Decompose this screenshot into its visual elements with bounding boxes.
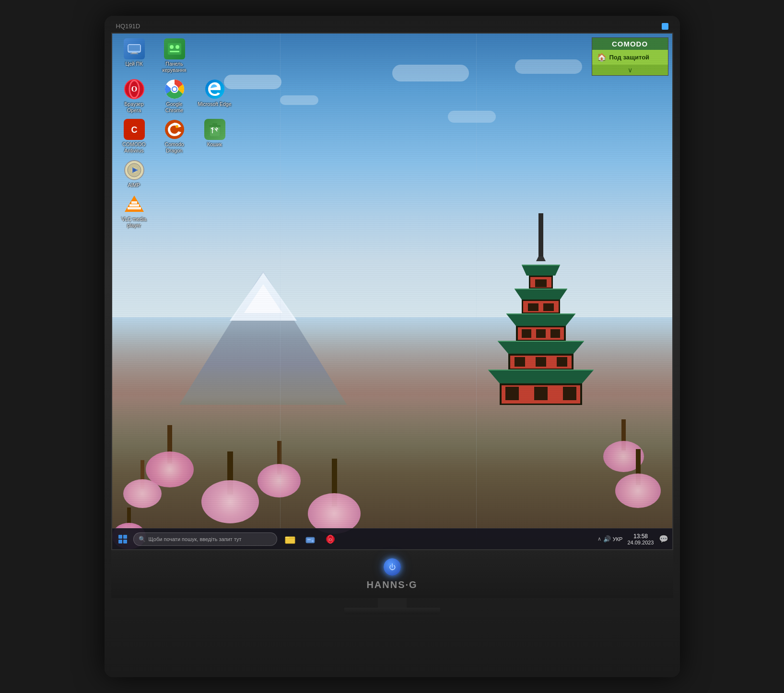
svg-rect-56 [210, 127, 220, 136]
screen: Цей ПК Панель керування [111, 33, 673, 550]
svg-rect-21 [536, 329, 546, 338]
start-button[interactable] [112, 529, 133, 550]
desktop-icon-chrome[interactable]: Google Chrome [157, 79, 192, 113]
svg-marker-14 [488, 370, 594, 383]
svg-rect-26 [505, 387, 519, 400]
tray-language[interactable]: УКР [613, 536, 623, 542]
svg-text:C: C [131, 125, 137, 135]
monitor-stand-base [344, 608, 440, 614]
comodo-status-bar: 🏠 Под защитой [592, 50, 668, 65]
icon-row-5: VLC media player [117, 194, 232, 228]
tray-speaker-icon[interactable]: 🔊 [603, 535, 611, 543]
monitor-model: HQ191D [116, 23, 140, 30]
cherry-tree-3 [201, 451, 259, 523]
chrome-icon [164, 79, 185, 100]
cherry-tree-2 [146, 425, 194, 487]
edge-label: Microsoft Edge [198, 101, 231, 107]
svg-text:O: O [131, 85, 137, 93]
desktop-icon-opera[interactable]: O Браузер Opera [117, 79, 152, 113]
desktop-icon-controlpanel[interactable]: Панель керування [157, 38, 192, 73]
svg-rect-58 [212, 123, 217, 126]
desktop-icon-vlc[interactable]: VLC media player [117, 194, 152, 228]
svg-rect-18 [528, 303, 538, 311]
desktop-icons-area: Цей ПК Панель керування [117, 38, 232, 228]
monitor-led [662, 23, 668, 30]
svg-rect-22 [550, 329, 560, 338]
monitor: HQ191D [105, 16, 680, 677]
monitor-bottom-bezel: ⏻ HANNS·G [111, 550, 673, 598]
comodo-house-icon: 🏠 [597, 53, 607, 62]
opera-icon: O [124, 79, 145, 100]
svg-rect-42 [170, 51, 179, 52]
svg-point-40 [170, 45, 174, 49]
cherry-tree-4 [257, 441, 301, 497]
desktop-icon-aimp[interactable]: AIMP [117, 160, 152, 188]
clock-date: 24.09.2023 [627, 540, 654, 545]
svg-rect-17 [535, 279, 547, 287]
svg-rect-67 [129, 204, 139, 207]
vlc-label: VLC media player [117, 216, 152, 228]
svg-rect-39 [168, 43, 181, 55]
taskbar-search-placeholder: Щоби почати пошук, введіть запит тут [149, 536, 242, 542]
svg-rect-28 [563, 387, 576, 400]
taskbar: 🔍 Щоби почати пошук, введіть запит тут [112, 528, 672, 549]
cloud-3 [392, 65, 469, 81]
desktop-icon-comodo-dragon[interactable]: Comodo Dragon [157, 119, 192, 153]
recycle-label: Кошик [207, 141, 222, 148]
cpanel-label: Панель керування [157, 61, 192, 73]
power-symbol-icon: ⏻ [389, 563, 396, 571]
icon-row-4: AIMP [117, 160, 232, 188]
cloud-4 [448, 111, 496, 123]
taskbar-search[interactable]: 🔍 Щоби почати пошук, введіть запит тут [133, 532, 277, 546]
svg-rect-23 [515, 357, 525, 367]
svg-rect-70 [285, 537, 289, 538]
aimp-label: AIMP [128, 182, 140, 188]
show-hidden-icons[interactable]: ∧ [597, 536, 601, 542]
tray-clock[interactable]: 13:58 24.09.2023 [624, 533, 656, 545]
svg-rect-25 [557, 357, 567, 367]
cloud-5 [515, 59, 582, 74]
svg-rect-0 [538, 213, 543, 261]
taskbar-local-disk[interactable] [301, 530, 319, 548]
svg-point-73 [312, 540, 314, 542]
cloud-2 [280, 95, 318, 105]
vlc-icon-img [124, 194, 145, 215]
desktop-icon-edge[interactable]: Microsoft Edge [198, 79, 232, 113]
taskbar-search-icon: 🔍 [139, 536, 146, 543]
comodo-chevron-icon: ∨ [628, 66, 632, 74]
svg-marker-11 [498, 341, 584, 354]
svg-rect-20 [522, 329, 531, 338]
monitor-stand-neck [378, 598, 407, 608]
comodo-title: COMODO [612, 40, 648, 48]
chrome-label: Google Chrome [157, 101, 192, 113]
desktop-icon-comodo-av[interactable]: C COMODO Antivirus [117, 119, 152, 153]
comodo-status-text: Под защитой [609, 54, 650, 61]
svg-marker-8 [506, 314, 575, 326]
monitor-bezel-top: HQ191D [111, 23, 673, 33]
power-button[interactable]: ⏻ [384, 558, 401, 576]
thispc-label: Цей ПК [125, 61, 142, 67]
comodo-dragon-label: Comodo Dragon [157, 141, 192, 153]
tray-notification-icon[interactable]: 💬 [659, 534, 668, 543]
svg-rect-24 [536, 357, 546, 367]
taskbar-system-tray: ∧ 🔊 УКР 13:58 24.09.2023 💬 [594, 533, 672, 545]
svg-rect-74 [307, 539, 311, 540]
icon-row-2: O Браузер Opera [117, 79, 232, 113]
taskbar-opera[interactable]: O [321, 530, 339, 548]
comodo-expand-button[interactable]: ∨ [592, 65, 668, 75]
comodo-dragon-icon-img [164, 119, 185, 140]
svg-rect-38 [129, 45, 140, 51]
thispc-icon [124, 38, 145, 59]
desktop-icon-recycle[interactable]: Кошик [198, 119, 232, 153]
desktop-icon-thispc[interactable]: Цей ПК [117, 38, 152, 73]
taskbar-file-explorer[interactable] [281, 530, 299, 548]
svg-marker-1 [536, 256, 546, 261]
svg-point-50 [173, 87, 176, 91]
cherry-tree-5 [308, 459, 361, 534]
windows-logo-icon [118, 535, 127, 543]
comodo-av-label: COMODO Antivirus [117, 141, 152, 153]
pagoda [488, 213, 594, 405]
icon-row-1: Цей ПК Панель керування [117, 38, 232, 73]
taskbar-apps: O [277, 530, 594, 548]
comodo-widget[interactable]: COMODO 🏠 Под защитой ∨ [592, 37, 668, 76]
